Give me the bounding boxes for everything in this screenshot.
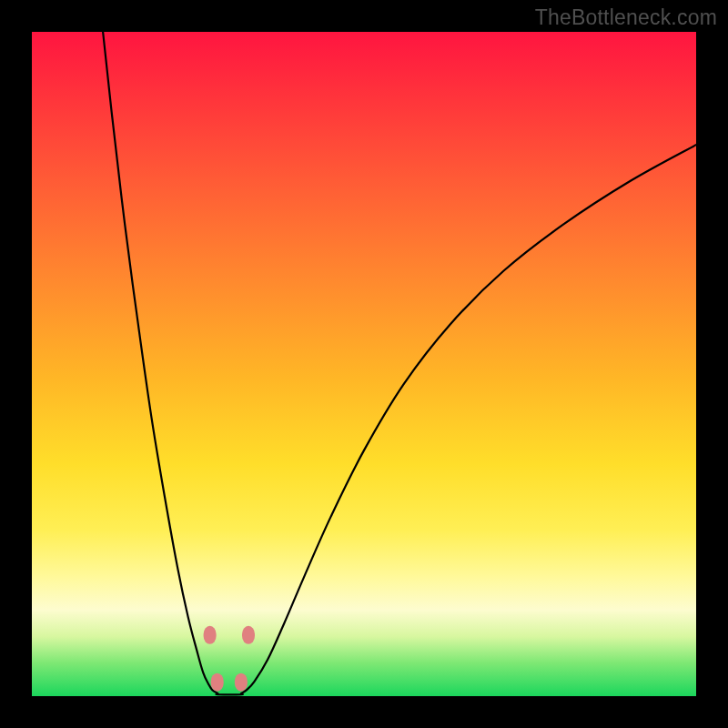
bottleneck-curve bbox=[103, 32, 696, 694]
watermark-text: TheBottleneck.com bbox=[535, 5, 717, 30]
curve-svg bbox=[32, 32, 696, 696]
trough-markers bbox=[204, 626, 255, 692]
trough-marker bbox=[204, 626, 217, 644]
trough-marker bbox=[242, 626, 255, 644]
trough-marker bbox=[211, 673, 224, 692]
trough-marker bbox=[235, 673, 248, 692]
plot-area bbox=[32, 32, 696, 696]
chart-frame: TheBottleneck.com bbox=[0, 0, 728, 728]
